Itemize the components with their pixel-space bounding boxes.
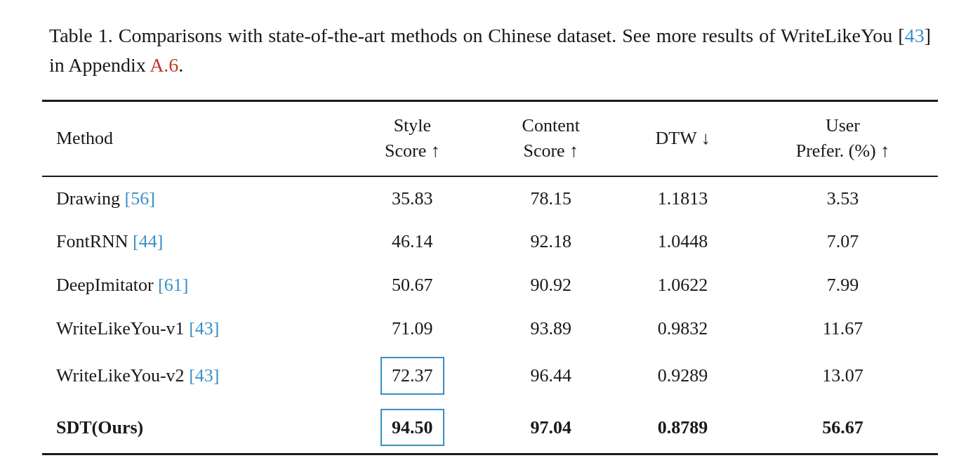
table-row: DeepImitator [61]50.6790.921.06227.99	[42, 263, 938, 307]
cell-method: FontRNN [44]	[42, 220, 340, 263]
cell-method: DeepImitator [61]	[42, 263, 340, 307]
table-header-row: Method StyleScore ↑ ContentScore ↑ DTW ↓…	[42, 101, 938, 176]
method-name-text: FontRNN	[56, 231, 128, 251]
highlighted-value: 94.50	[380, 409, 444, 447]
method-ref: [43]	[185, 318, 220, 339]
col-method: Method	[42, 101, 340, 176]
cell-user-prefer: 3.53	[748, 176, 938, 221]
method-ref: [61]	[154, 275, 189, 295]
method-name-text: WriteLikeYou-v1	[56, 318, 185, 339]
cell-dtw: 0.9832	[618, 307, 748, 351]
table-row: SDT(Ours)94.5097.040.878956.67	[42, 402, 938, 454]
cell-dtw: 1.1813	[618, 176, 748, 221]
method-ref: [43]	[185, 365, 220, 386]
method-name-text: DeepImitator	[56, 275, 154, 295]
method-name-text: SDT(Ours)	[56, 417, 143, 438]
cell-user-prefer: 13.07	[748, 350, 938, 402]
col-dtw: DTW ↓	[618, 101, 748, 176]
cell-method: Drawing [56]	[42, 176, 340, 221]
cell-content-score: 78.15	[484, 176, 618, 221]
cell-content-score: 92.18	[484, 220, 618, 263]
method-name-text: WriteLikeYou-v2	[56, 365, 185, 386]
cell-method: WriteLikeYou-v1 [43]	[42, 307, 340, 351]
caption-suffix: .	[178, 54, 183, 76]
cell-style-score: 50.67	[340, 263, 484, 307]
table-row: WriteLikeYou-v1 [43]71.0993.890.983211.6…	[42, 307, 938, 351]
method-name-text: Drawing	[56, 188, 120, 209]
table-caption: Table 1. Comparisons with state-of-the-a…	[42, 21, 938, 80]
cell-user-prefer: 56.67	[748, 402, 938, 454]
col-user-prefer: UserPrefer. (%) ↑	[748, 101, 938, 176]
cell-dtw: 1.0622	[618, 263, 748, 307]
cell-dtw: 0.9289	[618, 350, 748, 402]
col-content-score: ContentScore ↑	[484, 101, 618, 176]
cell-content-score: 93.89	[484, 307, 618, 351]
page-container: Table 1. Comparisons with state-of-the-a…	[42, 21, 938, 455]
cell-method: WriteLikeYou-v2 [43]	[42, 350, 340, 402]
cell-content-score: 96.44	[484, 350, 618, 402]
table-row: WriteLikeYou-v2 [43]72.3796.440.928913.0…	[42, 350, 938, 402]
highlighted-value: 72.37	[380, 357, 444, 395]
caption-prefix: Table 1. Comparisons with state-of-the-a…	[49, 25, 905, 46]
cell-user-prefer: 7.07	[748, 220, 938, 263]
table-row: Drawing [56]35.8378.151.18133.53	[42, 176, 938, 221]
cell-style-score: 72.37	[340, 350, 484, 402]
cell-dtw: 0.8789	[618, 402, 748, 454]
cell-method: SDT(Ours)	[42, 402, 340, 454]
col-style-score: StyleScore ↑	[340, 101, 484, 176]
cell-dtw: 1.0448	[618, 220, 748, 263]
cell-style-score: 35.83	[340, 176, 484, 221]
comparison-table: Method StyleScore ↑ ContentScore ↑ DTW ↓…	[42, 100, 938, 455]
cell-user-prefer: 11.67	[748, 307, 938, 351]
cell-content-score: 97.04	[484, 402, 618, 454]
cell-content-score: 90.92	[484, 263, 618, 307]
cell-style-score: 71.09	[340, 307, 484, 351]
cell-user-prefer: 7.99	[748, 263, 938, 307]
cell-style-score: 94.50	[340, 402, 484, 454]
caption-ref1: 43	[905, 25, 925, 46]
table-row: FontRNN [44]46.1492.181.04487.07	[42, 220, 938, 263]
cell-style-score: 46.14	[340, 220, 484, 263]
method-ref: [44]	[128, 231, 164, 251]
method-ref: [56]	[120, 188, 155, 209]
caption-ref2: A.6	[150, 54, 178, 76]
